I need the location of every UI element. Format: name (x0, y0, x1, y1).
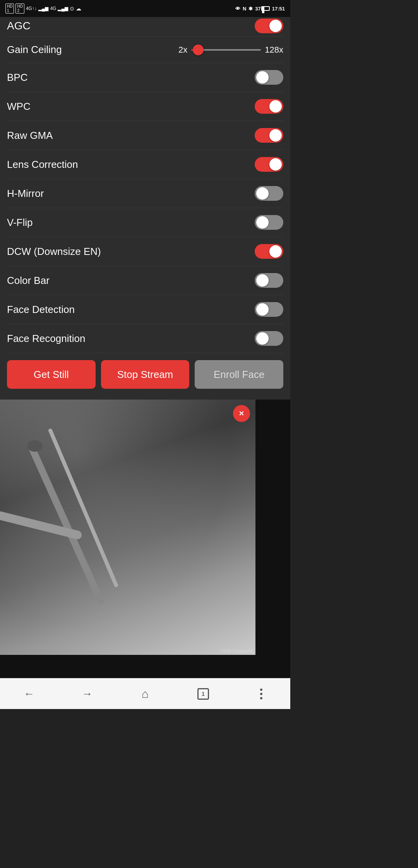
wpc-toggle[interactable] (255, 99, 283, 114)
face-detection-label: Face Detection (7, 304, 75, 316)
v-flip-label: V-Flip (7, 217, 33, 229)
color-bar-label: Color Bar (7, 275, 50, 287)
watermark: CSDN ©CosperH© (220, 649, 253, 653)
dcw-row: DCW (Downsize EN) (7, 237, 283, 266)
h-mirror-row: H-Mirror (7, 179, 283, 208)
face-recognition-label: Face Recognition (7, 333, 85, 345)
gain-min-label: 2x (178, 45, 187, 55)
lens-correction-row: Lens Correction (7, 150, 283, 179)
more-icon (260, 689, 262, 699)
face-detection-row: Face Detection (7, 295, 283, 324)
hd1-badge: HD1 (5, 3, 14, 14)
hd2-badge: HD2 (15, 3, 24, 14)
gain-max-label: 128x (265, 45, 283, 55)
bottom-nav: ← → ⌂ 1 (0, 678, 290, 709)
h-mirror-label: H-Mirror (7, 188, 44, 200)
raw-gma-row: Raw GMA (7, 121, 283, 150)
time-display: 17:51 (272, 6, 285, 12)
signal-bars-2: ▂▄▆ (58, 6, 68, 11)
color-bar-row: Color Bar (7, 266, 283, 295)
gain-slider-track[interactable] (191, 49, 261, 51)
dcw-toggle[interactable] (255, 244, 283, 259)
camera-overlay-svg (0, 400, 255, 655)
video-close-button[interactable]: × (233, 405, 250, 422)
dcw-label: DCW (Downsize EN) (7, 246, 101, 258)
video-container: × CSDN ©CosperH© (0, 400, 290, 655)
gain-slider-area: 2x 128x (88, 45, 283, 55)
home-icon: ⌂ (142, 687, 149, 701)
status-bar: HD1 HD2 4G↑↓ ▂▄▆ 4G ▂▄▆ ⊙ ☁ 👁 N ✱ 37 17:… (0, 0, 290, 17)
v-flip-row: V-Flip (7, 208, 283, 237)
screen-capture-icon: 1 (197, 688, 209, 700)
agc-toggle[interactable] (255, 19, 283, 33)
gain-ceiling-label: Gain Ceiling (7, 44, 84, 56)
back-icon: ← (24, 688, 34, 700)
nav-back-button[interactable]: ← (14, 682, 45, 706)
status-right: 👁 N ✱ 37 17:51 (235, 6, 285, 12)
svg-point-3 (27, 440, 43, 452)
face-recognition-row: Face Recognition (7, 324, 283, 353)
status-left: HD1 HD2 4G↑↓ ▂▄▆ 4G ▂▄▆ ⊙ ☁ (5, 3, 81, 14)
nav-home-button[interactable]: ⌂ (130, 682, 161, 706)
signal-4g-2: 4G (50, 6, 56, 11)
signal-bars-1: ▂▄▆ (38, 6, 49, 11)
action-buttons: Get Still Stop Stream Enroll Face (7, 353, 283, 393)
bpc-label: BPC (7, 72, 27, 84)
lens-correction-toggle[interactable] (255, 157, 283, 172)
nfc-icon: N (243, 6, 246, 12)
raw-gma-toggle[interactable] (255, 128, 283, 143)
signal-4g-1: 4G↑↓ (26, 6, 37, 11)
nav-screen-capture-button[interactable]: 1 (188, 682, 219, 706)
battery-percent: 37 (255, 6, 260, 12)
below-video-space (0, 655, 290, 678)
settings-panel: AGC Gain Ceiling 2x 128x BPC WPC Raw GM (0, 17, 290, 400)
cloud-icon: ☁ (76, 5, 81, 12)
wpc-label: WPC (7, 101, 31, 113)
face-detection-toggle[interactable] (255, 302, 283, 317)
wpc-row: WPC (7, 92, 283, 121)
agc-label: AGC (7, 20, 255, 32)
color-bar-toggle[interactable] (255, 273, 283, 288)
bpc-row: BPC (7, 63, 283, 92)
bluetooth-icon: ✱ (248, 6, 253, 12)
nav-forward-button[interactable]: → (72, 682, 103, 706)
face-recognition-toggle[interactable] (255, 331, 283, 346)
forward-icon: → (82, 688, 93, 700)
stop-stream-button[interactable]: Stop Stream (101, 360, 190, 389)
get-still-button[interactable]: Get Still (7, 360, 96, 389)
video-preview: × CSDN ©CosperH© (0, 400, 255, 655)
bpc-toggle[interactable] (255, 70, 283, 85)
lens-correction-label: Lens Correction (7, 159, 78, 171)
battery-indicator: 37 (255, 6, 269, 12)
eye-icon: 👁 (235, 6, 240, 12)
v-flip-toggle[interactable] (255, 215, 283, 230)
gain-ceiling-row: Gain Ceiling 2x 128x (7, 37, 283, 63)
raw-gma-label: Raw GMA (7, 130, 53, 142)
h-mirror-toggle[interactable] (255, 186, 283, 201)
nav-more-button[interactable] (246, 682, 277, 706)
enroll-face-button[interactable]: Enroll Face (195, 360, 283, 389)
wifi-icon: ⊙ (70, 5, 74, 12)
agc-row: AGC (7, 17, 283, 37)
